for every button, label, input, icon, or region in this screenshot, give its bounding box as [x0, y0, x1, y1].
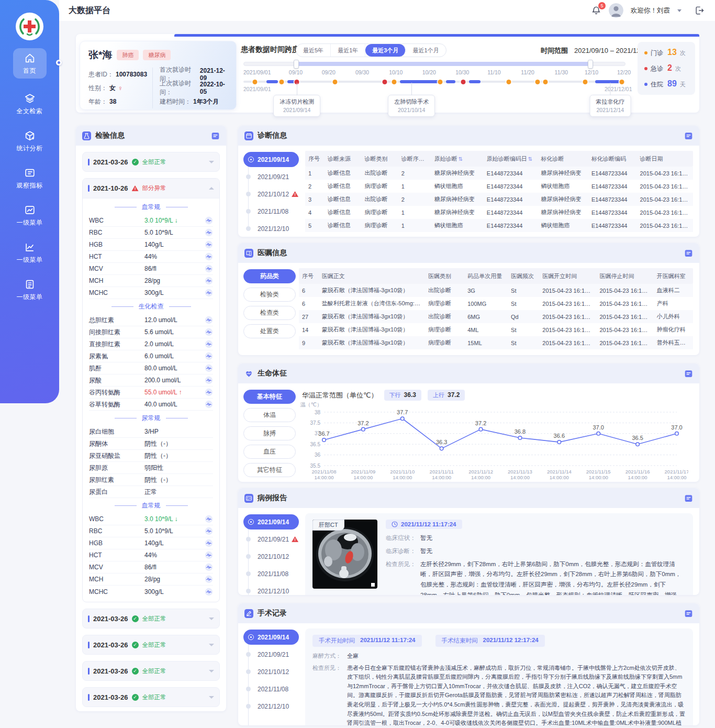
table-row[interactable]: 6蒙脱石散（津法国博福-3gx10袋）出院诊断3GSt2015-04-23 16…	[299, 284, 693, 297]
chevron-down-icon[interactable]	[209, 696, 214, 699]
event-dot-red[interactable]	[383, 80, 387, 84]
tab-检查类[interactable]: 检查类	[243, 306, 296, 320]
timeline-item[interactable]: 2021/10/12!	[243, 185, 302, 203]
notes-icon[interactable]	[211, 131, 220, 140]
tab-药品类[interactable]: 药品类	[243, 269, 296, 283]
event-dot-orange[interactable]	[252, 80, 257, 84]
sidebar-item-2[interactable]: 统计分析	[17, 130, 43, 153]
tab-体温[interactable]: 体温	[243, 408, 296, 422]
sidebar-item-5[interactable]: 一级菜单	[17, 241, 43, 264]
trend-icon[interactable]	[205, 376, 213, 384]
event-tooltip[interactable]: 索拉非化疗2021/12/14	[589, 95, 631, 117]
notes-icon[interactable]	[684, 131, 693, 140]
timeline-item[interactable]: 2021/12/10	[243, 220, 302, 237]
chevron-down-icon[interactable]	[209, 617, 214, 620]
trend-icon[interactable]	[205, 264, 213, 273]
ct-scan-image[interactable]: 肝部CT	[312, 520, 377, 589]
trend-icon[interactable]	[205, 240, 213, 249]
timeline-item-active[interactable]: 2021/09/14	[243, 152, 299, 167]
notes-icon[interactable]	[684, 494, 693, 503]
table-row[interactable]: 9蒙脱石散（津法国博福-3gx10袋）病理诊断15MLSt2015-04-23 …	[299, 336, 693, 349]
trend-icon[interactable]	[205, 527, 213, 535]
logout-icon[interactable]	[694, 5, 705, 16]
sidebar-collapse-handle[interactable]	[56, 60, 62, 65]
trend-icon[interactable]	[205, 575, 213, 583]
timeline-item[interactable]: 2021/11/08	[243, 203, 302, 220]
event-dot-orange[interactable]	[583, 80, 588, 84]
time-slider[interactable]	[243, 62, 625, 66]
table-row[interactable]: 3诊断信息出院诊断2糖尿病神经病变E1448723344糖尿病神经病变E1448…	[305, 193, 693, 206]
range-badge[interactable]: 上行37.2	[428, 390, 465, 401]
event-dot-red[interactable]	[461, 80, 465, 84]
event-dot-orange[interactable]	[507, 80, 511, 84]
range-badge[interactable]: 下行36.3	[384, 390, 421, 401]
timespan-option[interactable]: 最近3个月	[365, 44, 406, 57]
notification-bell-icon[interactable]: 5	[591, 5, 601, 16]
trend-icon[interactable]	[205, 216, 213, 225]
trend-icon[interactable]	[205, 515, 213, 523]
timeline-item[interactable]: 2021/12/10	[243, 582, 302, 595]
trend-icon[interactable]	[205, 328, 213, 336]
chevron-down-icon[interactable]	[209, 670, 214, 672]
lab-date-card[interactable]: 2021-03-26 ✓全部正常	[82, 609, 220, 628]
lab-date-card[interactable]: 2021-10-26 !部分异常	[83, 179, 219, 198]
sidebar-item-1[interactable]: 全文检索	[17, 93, 43, 116]
timeline-item[interactable]: 2021/10/12	[243, 663, 302, 680]
trend-icon[interactable]	[205, 252, 213, 261]
trend-icon[interactable]	[205, 539, 213, 547]
tab-其它特征[interactable]: 其它特征	[243, 463, 296, 477]
sort-icon[interactable]: ⇅	[459, 156, 463, 162]
sidebar-item-4[interactable]: 一级菜单	[17, 204, 43, 227]
notes-icon[interactable]	[684, 609, 693, 618]
table-row[interactable]: 4诊断信息病理诊断1糖尿病神经病变E1448723344糖尿病神经病变E1448…	[305, 206, 693, 219]
event-segment[interactable]	[446, 80, 455, 83]
avatar[interactable]	[609, 3, 623, 18]
sidebar-item-3[interactable]: 观察指标	[17, 167, 43, 190]
event-dot-orange[interactable]	[619, 80, 624, 84]
lab-date-card[interactable]: 2021-03-26 ✓全部正常	[82, 687, 220, 707]
trend-icon[interactable]	[205, 588, 213, 596]
sidebar-item-6[interactable]: 一级菜单	[17, 279, 43, 302]
event-dot-orange[interactable]	[392, 80, 397, 84]
sidebar-item-0[interactable]: 首页	[13, 48, 47, 79]
notes-icon[interactable]	[684, 249, 693, 258]
timeline-item-active[interactable]: 2021/09/14	[243, 630, 299, 645]
table-row[interactable]: 1诊断信息出院诊断2糖尿病神经病变E1448723344糖尿病神经病变E1448…	[305, 167, 693, 180]
chevron-down-icon[interactable]	[677, 9, 682, 12]
event-dot-orange[interactable]	[543, 80, 548, 84]
trend-icon[interactable]	[205, 277, 213, 285]
timeline-item[interactable]: 2021/11/08	[243, 680, 302, 698]
slider-handle-left[interactable]	[294, 60, 299, 69]
chevron-down-icon[interactable]	[209, 161, 214, 163]
event-segment[interactable]	[400, 80, 440, 83]
timespan-option[interactable]: 最近5年	[296, 44, 331, 57]
event-segment[interactable]	[266, 80, 278, 83]
chevron-down-icon[interactable]	[209, 644, 214, 646]
tab-检验类[interactable]: 检验类	[243, 288, 296, 302]
trend-icon[interactable]	[205, 228, 213, 237]
trend-icon[interactable]	[205, 388, 213, 396]
tab-基本特征[interactable]: 基本特征	[243, 390, 296, 404]
timeline-item[interactable]: 2021/09/21!	[243, 531, 302, 548]
event-dot-orange[interactable]	[535, 80, 540, 84]
sort-icon[interactable]: ⇅	[426, 156, 430, 162]
lab-date-card[interactable]: 2021-03-26 ✓全部正常	[82, 152, 220, 172]
trend-icon[interactable]	[205, 400, 213, 409]
timeline-item[interactable]: 2021/11/08	[243, 565, 302, 582]
timeline-item-active[interactable]: 2021/09/14	[243, 514, 299, 530]
trend-icon[interactable]	[205, 289, 213, 297]
timeline-item[interactable]: 2021/09/21	[243, 646, 302, 663]
event-dot-orange[interactable]	[333, 80, 338, 84]
timeline-item[interactable]: 2021/10/12	[243, 548, 302, 565]
trend-icon[interactable]	[205, 340, 213, 348]
sort-icon[interactable]: ⇅	[528, 156, 532, 162]
table-row[interactable]: 14蒙脱石散（津法国博福-3gx10袋）病理诊断4MLSt2015-04-23 …	[299, 323, 693, 336]
event-tooltip[interactable]: 冰冻切片检测2021/09/14	[273, 95, 320, 117]
trend-icon[interactable]	[205, 364, 213, 372]
table-row[interactable]: 5诊断信息病理诊断1鳞状细胞癌E1448723344鳞状细胞癌E14487233…	[305, 219, 693, 232]
event-tooltip[interactable]: 左肺切除手术2021/10/14	[388, 95, 435, 117]
trend-icon[interactable]	[205, 563, 213, 571]
trend-icon[interactable]	[205, 316, 213, 324]
chevron-up-icon[interactable]	[209, 187, 214, 190]
table-row[interactable]: 6盐酸利托君注射液（台湾信东-50mg:5ml）病理诊断100MGSt2015-…	[299, 297, 693, 310]
